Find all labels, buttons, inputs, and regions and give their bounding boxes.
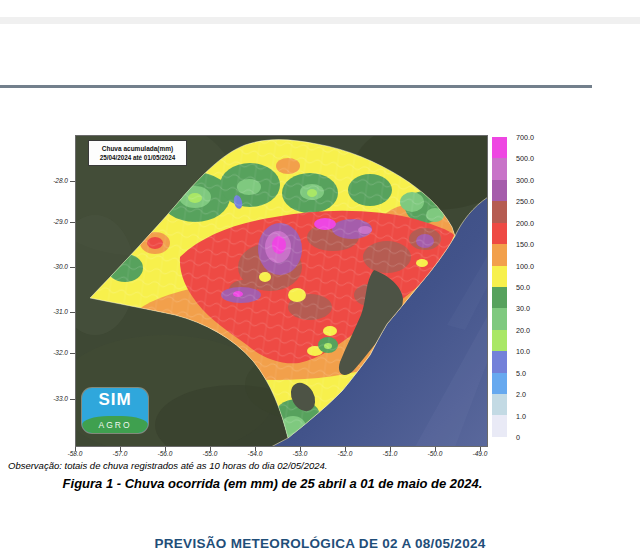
colorbar-label: 500.0: [516, 154, 556, 163]
colorbar-segment: [492, 373, 507, 394]
y-axis-label: -31.0: [36, 308, 68, 315]
colorbar-label: 0: [516, 433, 556, 442]
section-divider: [0, 85, 592, 88]
y-axis-tick: [70, 312, 75, 313]
x-axis-label: -53.0: [284, 450, 316, 457]
colorbar-segment: [492, 394, 507, 415]
x-axis-label: -56.0: [149, 450, 181, 457]
colorbar-label: 700.0: [516, 133, 556, 142]
y-axis-tick: [70, 267, 75, 268]
map-legend-period: 25/04/2024 até 01/05/2024: [89, 153, 186, 162]
y-axis-label: -33.0: [36, 395, 68, 402]
x-axis-label: -51.0: [374, 450, 406, 457]
y-axis-label: -28.0: [36, 177, 68, 184]
colorbar-segment: [492, 287, 507, 308]
x-axis-label: -54.0: [239, 450, 271, 457]
map-legend-title: Chuva acumulada(mm): [89, 144, 186, 153]
colorbar-segment: [492, 266, 507, 287]
colorbar-label: 20.0: [516, 326, 556, 335]
colorbar: [492, 137, 507, 437]
logo-agro-text: AGRO: [82, 420, 148, 430]
y-axis-tick: [70, 181, 75, 182]
y-axis-label: -32.0: [36, 349, 68, 356]
colorbar-segment: [492, 180, 507, 201]
x-axis-label: -57.0: [104, 450, 136, 457]
colorbar-label: 300.0: [516, 176, 556, 185]
colorbar-label: 150.0: [516, 240, 556, 249]
y-axis-label: -29.0: [36, 218, 68, 225]
colorbar-label: 200.0: [516, 219, 556, 228]
colorbar-label: 1.0: [516, 412, 556, 421]
x-axis-label: -55.0: [194, 450, 226, 457]
y-axis-tick: [70, 222, 75, 223]
figure-caption: Figura 1 - Chuva ocorrida (em mm) de 25 …: [0, 476, 545, 491]
colorbar-label: 30.0: [516, 304, 556, 313]
top-band: [0, 17, 640, 24]
colorbar-label: 50.0: [516, 283, 556, 292]
colorbar-label: 250.0: [516, 197, 556, 206]
x-axis-label: -50.0: [419, 450, 451, 457]
colorbar-segment: [492, 415, 507, 436]
x-axis-label: -58.0: [59, 450, 91, 457]
forecast-heading: PREVISÃO METEOROLÓGICA DE 02 A 08/05/202…: [0, 536, 640, 551]
colorbar-segment: [492, 308, 507, 329]
colorbar-segment: [492, 158, 507, 179]
y-axis-tick: [70, 399, 75, 400]
y-axis-tick: [70, 353, 75, 354]
colorbar-label: 100.0: [516, 262, 556, 271]
sim-agro-logo: SIM AGRO: [82, 388, 148, 433]
colorbar-label: 2.0: [516, 390, 556, 399]
logo-agro-band: AGRO: [82, 416, 148, 433]
colorbar-segment: [492, 201, 507, 222]
colorbar-segment: [492, 351, 507, 372]
colorbar-segment: [492, 244, 507, 265]
y-axis-label: -30.0: [36, 263, 68, 270]
document-page: Chuva acumulada(mm) 25/04/2024 até 01/05…: [0, 0, 640, 554]
observation-note: Observação: totais de chuva registrados …: [8, 460, 328, 471]
logo-sim-text: SIM: [82, 390, 148, 410]
colorbar-label: 10.0: [516, 347, 556, 356]
colorbar-segment: [492, 137, 507, 158]
colorbar-segment: [492, 223, 507, 244]
colorbar-label: 5.0: [516, 369, 556, 378]
x-axis-label: -49.0: [464, 450, 496, 457]
map-legend-box: Chuva acumulada(mm) 25/04/2024 até 01/05…: [88, 140, 187, 166]
x-axis-label: -52.0: [329, 450, 361, 457]
colorbar-segment: [492, 330, 507, 351]
